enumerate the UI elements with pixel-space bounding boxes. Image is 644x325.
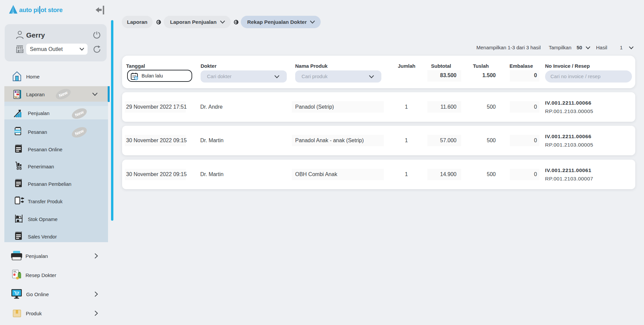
- svg-text:ORDER: ORDER: [14, 130, 21, 132]
